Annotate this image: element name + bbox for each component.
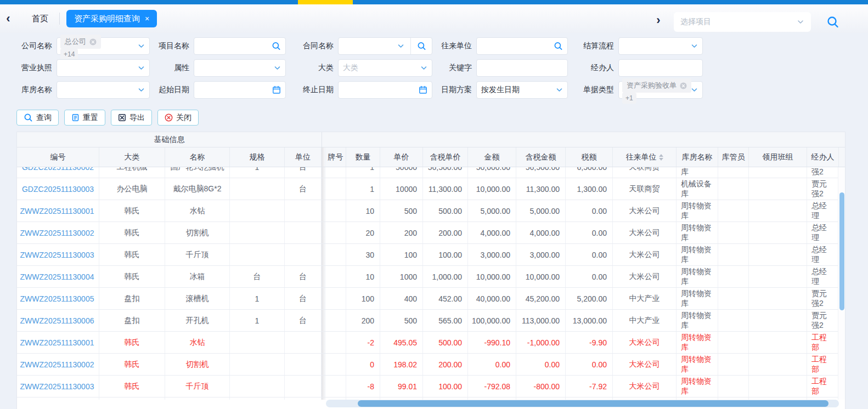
row-id-link[interactable]: ZWWZ202511130001	[20, 338, 94, 347]
cell-id: ZWWZ202511130002	[17, 354, 99, 375]
cell-qty: 30	[346, 244, 380, 265]
cell-partner: 中大产业	[613, 310, 677, 331]
cell-spec: 1	[230, 288, 285, 309]
horizontal-scrollbar-thumb[interactable]	[358, 400, 828, 407]
tabs-back-icon[interactable]: ‹	[0, 12, 16, 26]
column-header-unit: 单位	[285, 147, 322, 167]
row-id-link[interactable]: ZWWZ202511130003	[20, 251, 94, 259]
cell-keeper	[718, 167, 749, 178]
row-id-link[interactable]: ZWWZ202511130002	[20, 360, 94, 369]
cell-price: 10000	[380, 178, 423, 200]
close-button[interactable]: 关闭	[157, 110, 199, 126]
cell-partner: 大米公司	[613, 354, 677, 375]
top-progress-bar	[0, 0, 868, 4]
filter-field-docType[interactable]: 资产采购验收单+1	[618, 81, 703, 99]
results-table: 基础信息 编号大类名称规格单位牌号数量单价含税单价金额含税金额税额往来单位库房名…	[16, 132, 846, 409]
cell-taxPrice: 11,300.00	[423, 178, 468, 200]
cell-handler: 总经理	[807, 200, 839, 221]
cell-name: 冰箱	[165, 266, 230, 287]
filter-field-project[interactable]	[194, 37, 286, 55]
selected-tag-label: 总公司	[65, 37, 86, 47]
cell-taxPrice: 565.00	[423, 310, 468, 331]
row-id-link[interactable]: GDZC202511130003	[22, 185, 94, 194]
horizontal-scrollbar[interactable]	[326, 400, 839, 407]
tab-active[interactable]: 资产采购明细查询 ×	[66, 10, 157, 27]
cell-cat: 盘扣	[99, 288, 165, 309]
row-id-link[interactable]: GDZC202511130002	[22, 167, 94, 172]
search-icon[interactable]	[554, 42, 563, 51]
column-header-partner[interactable]: 往来单位	[613, 147, 677, 167]
filter-field-dateScheme[interactable]: 按发生日期	[476, 81, 568, 99]
cell-keeper	[718, 200, 749, 221]
more-tags-badge[interactable]: +14	[60, 49, 78, 60]
query-button[interactable]: 查询	[16, 110, 59, 126]
cell-taxAmount: 10,000.00	[516, 266, 566, 287]
cell-spec	[230, 222, 285, 243]
filter-field-partner[interactable]	[476, 37, 568, 55]
row-id-link[interactable]: ZWWZ202511130001	[20, 207, 94, 215]
filter-field-category[interactable]: 大类	[338, 59, 432, 77]
filter-field-startDate[interactable]	[194, 81, 286, 99]
filter-field-contract[interactable]	[338, 37, 432, 55]
cell-team	[749, 266, 807, 287]
filter-label-company: 公司名称	[11, 41, 52, 51]
cell-partner: 天联商贸	[613, 167, 677, 178]
cell-handler: 工程部	[807, 332, 839, 353]
reset-button[interactable]: 重置	[64, 110, 105, 126]
filter-field-attribute[interactable]	[194, 59, 286, 77]
filter-field-settlement[interactable]	[618, 37, 703, 55]
cell-keeper	[718, 354, 749, 375]
chevron-down-icon	[138, 43, 145, 50]
table-header-row: 编号大类名称规格单位牌号数量单价含税单价金额含税金额税额往来单位库房名称库管员领…	[17, 147, 845, 167]
column-header-taxPrice: 含税单价	[423, 147, 468, 167]
frozen-column-divider	[322, 178, 325, 200]
sort-icon[interactable]	[659, 154, 663, 161]
filter-field-keyword[interactable]	[476, 59, 568, 77]
cell-team	[749, 178, 807, 200]
filter-field-company[interactable]: 总公司+14	[57, 37, 150, 55]
row-id-link[interactable]: ZWWZ202511130006	[20, 316, 94, 325]
tag-remove-icon[interactable]	[89, 38, 97, 46]
table-row: ZWWZ202511130003韩氏千斤顶-899.01100.00-792.0…	[17, 376, 845, 397]
row-id-link[interactable]: ZWWZ202511130004	[20, 272, 94, 281]
cell-team	[749, 376, 807, 397]
tab-close-icon[interactable]: ×	[145, 15, 149, 22]
calendar-icon[interactable]	[419, 86, 427, 94]
tabs-forward-icon[interactable]: ›	[652, 13, 665, 27]
cell-plate	[325, 288, 346, 309]
cell-name: 戴尔电脑8G*2	[165, 178, 230, 200]
cell-tax: -9.90	[566, 332, 613, 353]
more-tags-badge[interactable]: +1	[622, 93, 636, 104]
row-id-link[interactable]: ZWWZ202511130003	[20, 382, 94, 391]
cell-taxPrice: 56,500.00	[423, 167, 468, 178]
cell-partner: 大米公司	[613, 332, 677, 353]
filter-field-license[interactable]	[57, 59, 150, 77]
search-icon[interactable]	[272, 42, 281, 51]
filter-field-endDate[interactable]	[338, 81, 432, 99]
cell-id: ZWWZ202511130001	[17, 200, 99, 221]
cell-qty: 20	[346, 222, 380, 243]
tag-remove-icon[interactable]	[680, 82, 687, 89]
cell-spec: 台	[230, 266, 285, 287]
cell-cat: 韩氏	[99, 222, 165, 243]
cell-handler: 贾元强2	[807, 167, 839, 178]
export-button[interactable]: 导出	[111, 110, 152, 126]
calendar-icon[interactable]	[272, 86, 281, 94]
global-search-icon[interactable]	[826, 15, 839, 29]
filter-label-handler: 经办人	[580, 63, 614, 73]
cell-spec	[230, 178, 285, 200]
column-header-label: 大类	[125, 152, 140, 162]
cell-keeper	[718, 332, 749, 353]
search-icon[interactable]	[417, 42, 426, 51]
filter-field-handler[interactable]	[618, 59, 703, 77]
vertical-scrollbar-thumb[interactable]	[839, 192, 844, 310]
row-id-link[interactable]: ZWWZ202511130005	[20, 294, 94, 303]
cell-taxAmount: 11,300.00	[516, 178, 566, 200]
tab-home[interactable]: 首页	[32, 14, 48, 24]
cell-partner: 大米公司	[613, 376, 677, 397]
vertical-scrollbar[interactable]	[838, 167, 845, 400]
row-id-link[interactable]: ZWWZ202511130002	[20, 229, 94, 237]
filter-field-warehouse[interactable]	[57, 81, 150, 99]
project-select[interactable]: 选择项目	[674, 12, 811, 32]
cell-id: ZWWZ202511130003	[17, 376, 99, 397]
